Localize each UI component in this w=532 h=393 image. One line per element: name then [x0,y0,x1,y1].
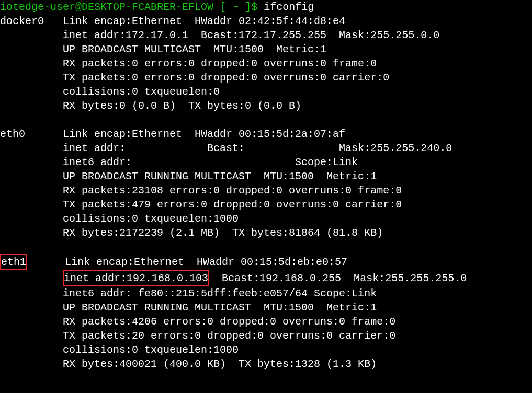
indent [0,287,63,299]
eth0-link: Link encap:Ethernet HWaddr 00:15:5d:2a:0… [63,128,345,140]
indent [0,72,63,84]
eth0-rxpkts: RX packets:23108 errors:0 dropped:0 over… [63,184,402,196]
indent [0,330,63,342]
docker0-rxpkts: RX packets:0 errors:0 dropped:0 overruns… [63,57,377,70]
prompt-at: @ [75,1,82,13]
indent [0,142,63,154]
prompt-dollar: $ [251,1,264,13]
indent [0,344,63,356]
indent [0,57,63,70]
eth1-rxpkts: RX packets:4206 errors:0 dropped:0 overr… [63,316,395,328]
indent [0,213,63,225]
indent [0,29,63,41]
iface-eth0-name: eth0 [0,128,25,140]
indent [0,227,63,239]
indent [0,100,63,112]
command-text: ifconfig [264,1,314,13]
indent [0,199,63,211]
indent [0,316,63,328]
indent [0,86,63,98]
eth1-status: UP BROADCAST RUNNING MULTICAST MTU:1500 … [63,302,377,314]
indent [0,302,63,314]
indent [0,272,63,284]
iface-eth1-name: eth1 [1,256,26,268]
eth0-status: UP BROADCAST RUNNING MULTICAST MTU:1500 … [63,170,377,182]
prompt-path: ~ [232,1,239,13]
eth0-bytes: RX bytes:2172239 (2.1 MB) TX bytes:81864… [63,227,383,239]
eth1-link: Link encap:Ethernet HWaddr 00:15:5d:eb:e… [65,256,347,268]
eth0-coll: collisions:0 txqueuelen:1000 [63,213,239,225]
docker0-bytes: RX bytes:0 (0.0 B) TX bytes:0 (0.0 B) [63,100,301,112]
eth1-coll: collisions:0 txqueuelen:1000 [63,344,239,356]
eth0-txpkts: TX packets:479 errors:0 dropped:0 overru… [63,199,402,211]
highlight-interface-name: eth1 [0,254,27,270]
indent [0,358,63,370]
docker0-inet: inet addr:172.17.0.1 Bcast:172.17.255.25… [63,29,439,41]
docker0-status: UP BROADCAST MULTICAST MTU:1500 Metric:1 [63,43,326,55]
prompt-user: iotedge-user [0,1,75,13]
eth1-inet6: inet6 addr: fe80::215:5dff:feeb:e057/64 … [63,287,377,299]
prompt-host: DESKTOP-FCABRER-EFLOW [82,1,213,13]
eth1-inet-rest: Bcast:192.168.0.255 Mask:255.255.255.0 [209,272,467,284]
iface-docker0-name: docker0 [0,15,44,27]
terminal-output[interactable]: iotedge-user@DESKTOP-FCABRER-EFLOW [ ~ ]… [0,0,532,371]
indent [0,184,63,196]
prompt-brackets-end: ] [239,1,251,13]
eth0-inet: inet addr: Bcast: Mask:255.255.240.0 [63,142,452,154]
docker0-coll: collisions:0 txqueuelen:0 [63,86,220,98]
highlight-inet-addr: inet addr:192.168.0.103 [63,270,209,286]
indent [0,170,63,182]
indent [0,156,63,168]
indent [0,43,63,55]
eth1-txpkts: TX packets:20 errors:0 dropped:0 overrun… [63,330,395,342]
eth0-inet6: inet6 addr: Scope:Link [63,156,358,168]
eth1-inet-addr: inet addr:192.168.0.103 [64,272,208,284]
docker0-txpkts: TX packets:0 errors:0 dropped:0 overruns… [63,72,389,84]
prompt-brackets: [ [213,1,232,13]
docker0-link: Link encap:Ethernet HWaddr 02:42:5f:44:d… [63,15,345,27]
eth1-bytes: RX bytes:400021 (400.0 KB) TX bytes:1328… [63,358,377,370]
